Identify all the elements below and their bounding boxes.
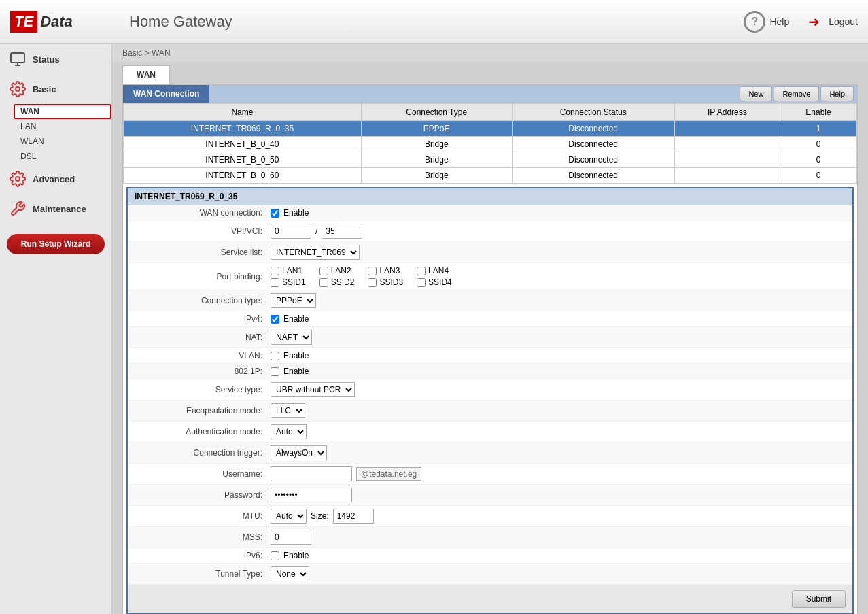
table-row[interactable]: INTERNET_B_0_60BridgeDisconnected0 — [124, 168, 857, 184]
encap-mode-control: LLC — [271, 403, 305, 418]
vpi-input[interactable] — [271, 224, 311, 239]
vlan-text: Enable — [283, 351, 309, 360]
vlan-control: Enable — [271, 351, 309, 360]
nat-select[interactable]: NAPT — [271, 330, 312, 345]
lan4-label: LAN4 — [428, 266, 449, 275]
table-row[interactable]: INTERNET_B_0_50BridgeDisconnected0 — [124, 152, 857, 168]
help-button[interactable]: ? Help — [744, 11, 789, 33]
ssid3-label: SSID3 — [379, 277, 403, 287]
sidebar-subitem-lan[interactable]: LAN — [14, 119, 111, 134]
service-type-select[interactable]: UBR without PCR — [271, 382, 355, 397]
ssid2-label: SSID2 — [331, 277, 355, 287]
nat-control: NAPT — [271, 330, 312, 345]
col-name: Name — [124, 104, 362, 121]
password-row: Password: — [128, 485, 852, 506]
advanced-label: Advanced — [33, 174, 75, 184]
connection-type-label: Connection type: — [135, 296, 271, 305]
tab-wan[interactable]: WAN — [122, 65, 170, 84]
sidebar-item-maintenance[interactable]: Maintenance — [0, 194, 111, 224]
sidebar-item-basic[interactable]: Basic — [0, 74, 111, 104]
conn-trigger-label: Connection trigger: — [135, 448, 271, 458]
basic-label: Basic — [33, 84, 56, 95]
vci-input[interactable] — [322, 224, 362, 239]
ssid1-item: SSID1 — [271, 277, 306, 287]
mtu-size-input[interactable] — [333, 509, 374, 524]
ipv6-text: Enable — [283, 551, 309, 560]
table-row[interactable]: INTERNET_B_0_40BridgeDisconnected0 — [124, 137, 857, 152]
tunnel-type-row: Tunnel Type: None — [128, 564, 852, 585]
mss-control — [271, 530, 311, 545]
table-row[interactable]: INTERNET_TR069_R_0_35PPPoEDisconnected1 — [124, 121, 857, 137]
wan-table-header: WAN Connection New Remove Help — [123, 85, 857, 103]
encap-mode-label: Encapsulation mode: — [135, 406, 271, 415]
col-enable: Enable — [780, 104, 857, 121]
username-input[interactable] — [271, 466, 352, 481]
dot1p-checkbox[interactable] — [271, 367, 279, 376]
col-ip: IP Address — [674, 104, 780, 121]
connection-type-select[interactable]: PPPoE — [271, 293, 316, 308]
mtu-size-label: Size: — [311, 511, 329, 521]
tunnel-type-control: None — [271, 566, 309, 581]
lan4-checkbox[interactable] — [417, 267, 426, 275]
connection-type-row: Connection type: PPPoE — [128, 290, 852, 311]
lan4-item: LAN4 — [417, 266, 452, 275]
conn-trigger-select[interactable]: AlwaysOn — [271, 445, 327, 460]
lan2-checkbox[interactable] — [319, 267, 328, 275]
col-type: Connection Type — [361, 104, 512, 121]
submit-row: Submit — [128, 585, 852, 613]
sidebar-subitem-wan[interactable]: WAN — [14, 104, 111, 119]
vlan-checkbox[interactable] — [271, 352, 279, 360]
table-help-button[interactable]: Help — [820, 86, 854, 101]
lan1-checkbox[interactable] — [271, 267, 279, 275]
username-suffix: @tedata.net.eg — [356, 467, 421, 481]
auth-mode-control: Auto — [271, 424, 307, 439]
lan3-checkbox[interactable] — [368, 267, 377, 275]
wan-connection-row: WAN connection: Enable — [128, 205, 852, 221]
submit-button[interactable]: Submit — [792, 590, 846, 608]
sidebar-subitem-dsl[interactable]: DSL — [14, 149, 111, 164]
vpi-vci-row: VPI/VCI: / — [128, 221, 852, 242]
ssid1-checkbox[interactable] — [271, 278, 279, 287]
wan-connection-checkbox[interactable] — [271, 209, 279, 218]
nat-label: NAT: — [135, 332, 271, 342]
port-binding-grid: LAN1 SSID1 LAN2 — [271, 266, 452, 287]
password-input[interactable] — [271, 488, 352, 502]
sidebar-item-status[interactable]: Status — [0, 44, 111, 74]
auth-mode-select[interactable]: Auto — [271, 424, 307, 439]
mtu-control: Auto Size: — [271, 509, 374, 524]
service-list-select[interactable]: INTERNET_TR069 — [271, 245, 360, 260]
port-col-2: LAN2 SSID2 — [319, 266, 355, 287]
remove-button[interactable]: Remove — [774, 86, 819, 101]
new-button[interactable]: New — [740, 86, 772, 101]
connection-type-control: PPPoE — [271, 293, 316, 308]
breadcrumb: Basic > WAN — [112, 44, 868, 62]
mss-row: MSS: — [128, 527, 852, 548]
wan-table-body: INTERNET_TR069_R_0_35PPPoEDisconnected1I… — [124, 121, 857, 184]
mss-input[interactable] — [271, 530, 311, 545]
logout-icon: ➜ — [803, 11, 824, 33]
run-setup-wizard-button[interactable]: Run Setup Wizard — [7, 234, 105, 254]
lan1-item: LAN1 — [271, 266, 306, 275]
service-type-row: Service type: UBR without PCR — [128, 379, 852, 400]
ipv6-checkbox[interactable] — [271, 551, 279, 560]
maintenance-icon — [8, 199, 27, 218]
ssid4-label: SSID4 — [428, 277, 452, 287]
content-area: WAN Connection New Remove Help Name Conn… — [122, 84, 858, 614]
advanced-icon — [8, 169, 27, 188]
ssid3-checkbox[interactable] — [368, 278, 377, 287]
basic-icon — [8, 80, 27, 99]
password-control — [271, 488, 352, 502]
encap-mode-select[interactable]: LLC — [271, 403, 305, 418]
ssid2-checkbox[interactable] — [319, 278, 328, 287]
sidebar-item-advanced[interactable]: Advanced — [0, 164, 111, 194]
password-label: Password: — [135, 490, 271, 500]
ssid4-checkbox[interactable] — [417, 278, 426, 287]
sidebar-subitem-wlan[interactable]: WLAN — [14, 134, 111, 149]
ipv4-checkbox[interactable] — [271, 315, 279, 324]
tab-bar: WAN — [112, 62, 868, 84]
dot1p-label: 802.1P: — [135, 366, 271, 376]
logout-button[interactable]: ➜ Logout — [803, 11, 858, 33]
vpi-vci-control: / — [271, 224, 362, 239]
tunnel-type-select[interactable]: None — [271, 566, 309, 581]
mtu-type-select[interactable]: Auto — [271, 509, 307, 524]
